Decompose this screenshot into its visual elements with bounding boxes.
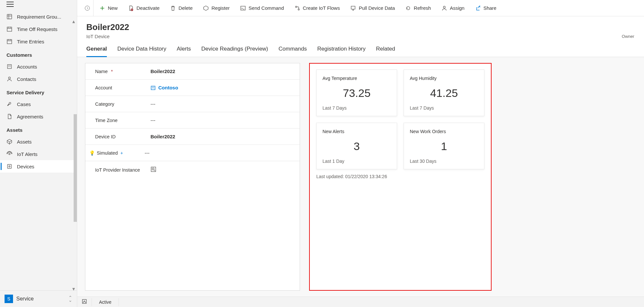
button-label: Share — [483, 5, 496, 11]
row-deviceid: Device ID Boiler2022 — [85, 129, 300, 145]
sidebar-item-accounts[interactable]: Accounts — [0, 60, 77, 73]
sidebar-item-agreements[interactable]: Agreements — [0, 110, 77, 123]
card-sub: Last 1 Day — [322, 159, 391, 164]
assign-button[interactable]: Assign — [437, 3, 469, 13]
form-tabs: General Device Data History Alerts Devic… — [77, 39, 644, 57]
sidebar-item-label: Requirement Grou... — [17, 14, 61, 20]
main: New Deactivate Delete Register Send Comm… — [77, 0, 644, 307]
tab-commands[interactable]: Commands — [279, 44, 307, 57]
scroll-up-icon[interactable]: ▴ — [72, 18, 75, 24]
deactivate-button[interactable]: Deactivate — [123, 3, 164, 13]
sidebar-item-time-off[interactable]: Time Off Requests — [0, 23, 77, 35]
flow-icon — [294, 5, 300, 11]
tab-alerts[interactable]: Alerts — [177, 44, 191, 57]
provider-field[interactable] — [150, 166, 293, 173]
card-title: Avg Temperature — [322, 76, 391, 81]
sidebar-item-label: Time Off Requests — [17, 26, 57, 32]
command-icon — [240, 5, 246, 11]
card-new-work-orders: New Work Orders 1 Last 30 Days — [404, 123, 484, 169]
sidebar-scrollbar[interactable] — [74, 114, 77, 222]
tab-device-data-history[interactable]: Device Data History — [117, 44, 166, 57]
status-bar: Active — [77, 297, 644, 307]
svg-rect-0 — [7, 14, 12, 19]
sidebar-item-contacts[interactable]: Contacts — [0, 73, 77, 85]
row-category: Category --- — [85, 96, 300, 112]
app-name: Service — [16, 296, 34, 302]
cube-icon — [203, 5, 209, 11]
register-button[interactable]: Register — [198, 3, 234, 13]
sidebar-item-label: IoT Alerts — [17, 151, 37, 157]
deviceid-field[interactable]: Boiler2022 — [150, 134, 293, 139]
go-back-button[interactable] — [81, 0, 93, 16]
delete-button[interactable]: Delete — [165, 3, 197, 13]
svg-rect-18 — [82, 299, 86, 303]
svg-point-14 — [443, 6, 445, 8]
sidebar: Requirement Grou... Time Off Requests Ti… — [0, 0, 77, 307]
sidebar-item-assets[interactable]: Assets — [0, 135, 77, 148]
deactivate-icon — [128, 5, 134, 11]
sidebar-item-requirement-group[interactable]: Requirement Grou... — [0, 10, 77, 23]
chevron-circle-icon — [84, 5, 90, 11]
pull-data-button[interactable]: Pull Device Data — [346, 3, 399, 13]
sidebar-item-time-entries[interactable]: Time Entries — [0, 35, 77, 48]
sidebar-item-label: Devices — [17, 164, 34, 169]
simulated-field[interactable]: --- — [145, 150, 293, 156]
plus-icon — [99, 5, 105, 11]
card-value: 73.25 — [322, 87, 391, 100]
tab-registration-history[interactable]: Registration History — [317, 44, 365, 57]
person-icon — [7, 76, 12, 82]
sidebar-item-iot-alerts[interactable]: IoT Alerts — [0, 148, 77, 160]
sidebar-item-cases[interactable]: Cases — [0, 98, 77, 110]
lightbulb-icon: 💡 — [89, 150, 95, 156]
card-avg-temperature: Avg Temperature 73.25 Last 7 Days — [316, 69, 397, 116]
form-content: Name* Boiler2022 Account Contoso Categor… — [77, 57, 644, 297]
person-icon — [441, 5, 447, 11]
account-icon — [150, 85, 156, 90]
button-label: Register — [211, 5, 230, 11]
record-entity: IoT Device — [86, 34, 635, 39]
svg-rect-1 — [7, 27, 12, 31]
card-title: Avg Humidity — [410, 76, 478, 81]
svg-rect-2 — [7, 39, 12, 44]
card-title: New Work Orders — [410, 129, 478, 134]
sidebar-item-label: Cases — [17, 101, 31, 107]
status-icon[interactable] — [77, 299, 92, 305]
button-label: Assign — [450, 5, 465, 11]
status-value[interactable]: Active — [92, 298, 119, 306]
svg-rect-15 — [151, 86, 155, 90]
share-button[interactable]: Share — [470, 3, 501, 13]
tab-general[interactable]: General — [86, 44, 107, 57]
hamburger-menu[interactable] — [0, 0, 77, 8]
sidebar-section-customers: Customers — [0, 48, 77, 60]
wrench-icon — [7, 101, 12, 107]
send-command-button[interactable]: Send Command — [236, 3, 288, 13]
new-button[interactable]: New — [95, 3, 122, 13]
timezone-field[interactable]: --- — [150, 117, 293, 123]
button-label: Refresh — [414, 5, 431, 11]
sidebar-section-assets: Assets — [0, 123, 77, 135]
app-switcher[interactable]: S Service ⌃⌄ — [0, 290, 77, 307]
owner-label: Owner — [622, 34, 634, 39]
account-lookup[interactable]: Contoso — [150, 85, 293, 90]
building-icon — [7, 64, 12, 69]
field-label: IoT Provider Instance — [95, 167, 140, 173]
refresh-icon — [405, 5, 411, 11]
button-label: Pull Device Data — [359, 5, 395, 11]
card-sub: Last 7 Days — [410, 105, 478, 111]
sidebar-item-label: Contacts — [17, 76, 36, 82]
card-value: 3 — [322, 140, 391, 153]
alert-icon — [7, 151, 12, 157]
name-field[interactable]: Boiler2022 — [150, 69, 293, 74]
scroll-down-icon[interactable]: ▾ — [72, 286, 75, 292]
tab-related[interactable]: Related — [376, 44, 395, 57]
tab-device-readings[interactable]: Device Readings (Preview) — [201, 44, 268, 57]
command-bar: New Deactivate Delete Register Send Comm… — [77, 0, 644, 16]
trash-icon — [170, 5, 176, 11]
sidebar-item-devices[interactable]: Devices — [0, 160, 77, 173]
device-icon — [7, 163, 12, 169]
create-flows-button[interactable]: Create IoT Flows — [290, 3, 345, 13]
field-label: Account — [95, 85, 112, 90]
svg-point-11 — [295, 6, 297, 8]
category-field[interactable]: --- — [150, 101, 293, 107]
refresh-button[interactable]: Refresh — [401, 3, 436, 13]
